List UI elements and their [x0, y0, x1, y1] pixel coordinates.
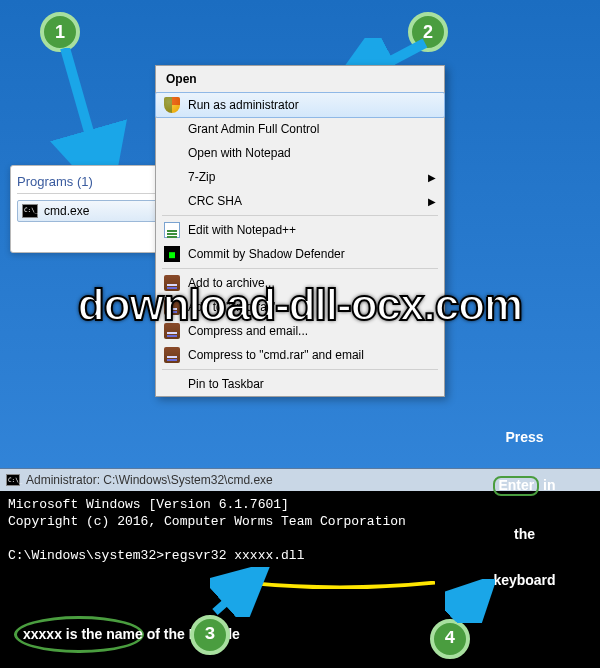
callout-word: keyboard [477, 573, 572, 588]
cmd-window: Administrator: C:\Windows\System32\cmd.e… [0, 468, 600, 668]
menu-item-label: Commit by Shadow Defender [188, 247, 345, 261]
menu-item[interactable]: Add to archive... [156, 271, 444, 295]
cmd-line2: Copyright (c) 2016, Computer Worms Team … [8, 514, 406, 529]
callout-word: the [477, 527, 572, 542]
menu-separator [162, 268, 438, 269]
callout-word: Press [477, 430, 572, 445]
cmd-icon [22, 204, 38, 218]
callout-press-enter: Press Enter in the keyboard [477, 400, 572, 619]
menu-item[interactable]: Pin to Taskbar [156, 372, 444, 396]
callout-dll-name: xxxxx is the name of the DLL file [14, 616, 144, 653]
cmd-body[interactable]: Microsoft Windows [Version 6.1.7601] Cop… [0, 491, 600, 668]
blank-icon [164, 193, 180, 209]
step-badge-1: 1 [40, 12, 80, 52]
menu-item-label: 7-Zip [188, 170, 215, 184]
archive-icon [164, 275, 180, 291]
archive-icon [164, 299, 180, 315]
menu-item-label: Compress to "cmd.rar" and email [188, 348, 364, 362]
menu-item[interactable]: Edit with Notepad++ [156, 218, 444, 242]
context-menu-title: Open [156, 66, 444, 93]
menu-item[interactable]: Grant Admin Full Control [156, 117, 444, 141]
menu-item-label: Edit with Notepad++ [188, 223, 296, 237]
menu-item[interactable]: Compress to "cmd.rar" and email [156, 343, 444, 367]
menu-item-label: Add to archive... [188, 276, 275, 290]
blank-icon [164, 376, 180, 392]
menu-item[interactable]: Open with Notepad [156, 141, 444, 165]
cmd-line1: Microsoft Windows [Version 6.1.7601] [8, 497, 289, 512]
submenu-arrow-icon: ▶ [428, 196, 436, 207]
blank-icon [164, 169, 180, 185]
cmd-prompt: C:\Windows\system32> [8, 548, 164, 563]
step-badge-2: 2 [408, 12, 448, 52]
context-menu: Open Run as administratorGrant Admin Ful… [155, 65, 445, 397]
step-badge-4: 4 [430, 619, 470, 659]
menu-item-label: Open with Notepad [188, 146, 291, 160]
step-badge-3: 3 [190, 615, 230, 655]
archive-icon [164, 323, 180, 339]
enter-key-box: Enter [493, 476, 539, 495]
blank-icon [164, 145, 180, 161]
shadow-defender-icon: ■ [164, 246, 180, 262]
cmd-icon [6, 474, 20, 486]
menu-item-label: Grant Admin Full Control [188, 122, 319, 136]
menu-separator [162, 369, 438, 370]
menu-item[interactable]: Run as administrator [155, 92, 445, 118]
blank-icon [164, 121, 180, 137]
menu-separator [162, 215, 438, 216]
menu-item-label: Compress and email... [188, 324, 308, 338]
program-item-label: cmd.exe [44, 204, 89, 218]
shield-icon [164, 97, 180, 113]
archive-icon [164, 347, 180, 363]
menu-item[interactable]: ■Commit by Shadow Defender [156, 242, 444, 266]
menu-item-label: Add to "cmd.rar" [188, 300, 275, 314]
menu-item[interactable]: Compress and email... [156, 319, 444, 343]
highlight-underline [198, 561, 388, 569]
menu-item[interactable]: CRC SHA▶ [156, 189, 444, 213]
menu-item-label: Run as administrator [188, 98, 299, 112]
submenu-arrow-icon: ▶ [428, 172, 436, 183]
menu-item-label: Pin to Taskbar [188, 377, 264, 391]
notepad-icon [164, 222, 180, 238]
menu-item[interactable]: 7-Zip▶ [156, 165, 444, 189]
callout-word: in [543, 477, 555, 493]
cmd-title: Administrator: C:\Windows\System32\cmd.e… [26, 473, 273, 487]
menu-item[interactable]: Add to "cmd.rar" [156, 295, 444, 319]
menu-item-label: CRC SHA [188, 194, 242, 208]
